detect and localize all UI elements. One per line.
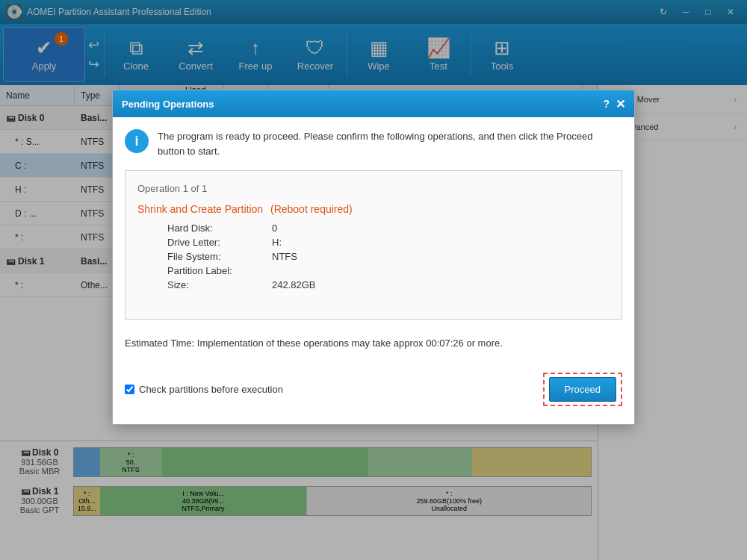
estimated-time: Estimated Time: Implementation of these … bbox=[125, 332, 622, 355]
modal-body: i The program is ready to proceed. Pleas… bbox=[113, 117, 634, 424]
operation-heading: Shrink and Create Partition (Reboot requ… bbox=[137, 203, 610, 215]
op-row-size: Size: 242.82GB bbox=[167, 279, 610, 290]
modal-header: Pending Operations ? ✕ bbox=[113, 90, 634, 117]
checkbox-label-text: Check partitions before execution bbox=[139, 384, 283, 395]
modal-title: Pending Operations bbox=[122, 99, 603, 110]
op-row-harddisk: Hard Disk: 0 bbox=[167, 223, 610, 234]
check-partitions-checkbox[interactable]: Check partitions before execution bbox=[125, 384, 534, 395]
op-row-partlabel: Partition Label: bbox=[167, 265, 610, 276]
modal-footer: Check partitions before execution Procee… bbox=[125, 367, 622, 412]
op-row-filesystem: File System: NTFS bbox=[167, 251, 610, 262]
operation-counter: Operation 1 of 1 bbox=[137, 183, 610, 194]
info-icon: i bbox=[125, 129, 149, 153]
pending-operations-dialog: Pending Operations ? ✕ i The program is … bbox=[112, 90, 635, 425]
modal-close-button[interactable]: ✕ bbox=[616, 97, 625, 111]
modal-info-box: i The program is ready to proceed. Pleas… bbox=[125, 129, 622, 158]
proceed-wrapper: Proceed bbox=[543, 373, 622, 406]
proceed-button[interactable]: Proceed bbox=[549, 377, 616, 402]
modal-info-text: The program is ready to proceed. Please … bbox=[158, 129, 622, 158]
operation-details: Hard Disk: 0 Drive Letter: H: File Syste… bbox=[167, 223, 610, 290]
modal-help-button[interactable]: ? bbox=[603, 98, 610, 110]
operation-note: (Reboot required) bbox=[270, 203, 353, 215]
operation-box: Operation 1 of 1 Shrink and Create Parti… bbox=[125, 170, 622, 320]
op-row-driveletter: Drive Letter: H: bbox=[167, 237, 610, 248]
modal-overlay: Pending Operations ? ✕ i The program is … bbox=[0, 0, 747, 560]
check-partitions-input[interactable] bbox=[125, 385, 134, 394]
